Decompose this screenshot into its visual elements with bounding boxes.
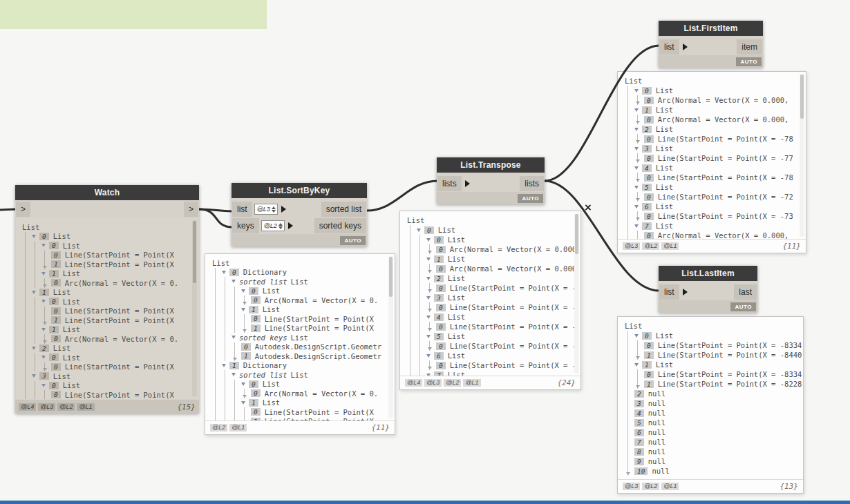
collapse-arrow-icon[interactable] xyxy=(634,363,642,367)
node-list-sortbykey[interactable]: List.SortByKey list @L3 sorted list xyxy=(232,183,367,246)
tree-item-text: List xyxy=(448,332,465,340)
input-port-list[interactable]: list xyxy=(659,39,679,55)
collapse-arrow-icon[interactable] xyxy=(222,364,229,367)
lacing-level-control-list[interactable]: @L3 xyxy=(254,204,278,215)
node-header-transpose[interactable]: List.Transpose xyxy=(437,157,545,173)
lacing-badge: @L1 xyxy=(463,379,480,387)
collapse-arrow-icon[interactable] xyxy=(32,291,39,294)
collapse-arrow-icon[interactable] xyxy=(426,277,434,280)
output-port-last[interactable]: last xyxy=(734,284,757,300)
collapse-arrow-icon[interactable] xyxy=(634,108,642,112)
collapse-arrow-icon[interactable] xyxy=(426,296,434,300)
node-list-transpose[interactable]: List.Transpose lists lists AUTO xyxy=(437,157,545,204)
collapse-arrow-icon[interactable] xyxy=(241,401,249,405)
lacing-auto-badge[interactable]: AUTO xyxy=(736,57,762,66)
collapse-arrow-icon[interactable] xyxy=(426,258,434,261)
collapse-arrow-icon[interactable] xyxy=(417,229,424,232)
collapse-arrow-icon[interactable] xyxy=(634,334,642,338)
output-port-sorted-list[interactable]: sorted list xyxy=(321,202,366,217)
collapse-arrow-icon[interactable] xyxy=(634,166,642,170)
preview-bubble-sortbykey[interactable]: List0Dictionarysorted listList0List0Arc(… xyxy=(205,253,395,435)
collapse-arrow-icon[interactable] xyxy=(426,316,434,319)
collapse-arrow-icon[interactable] xyxy=(634,128,642,131)
tree-item-text: null xyxy=(648,457,665,465)
collapse-arrow-icon[interactable] xyxy=(41,272,49,275)
level-stepper-icon[interactable] xyxy=(272,206,276,213)
node-header-sortbykey[interactable]: List.SortByKey xyxy=(232,183,367,198)
lacing-auto-badge[interactable]: AUTO xyxy=(518,194,543,203)
tree-item-text: List xyxy=(656,164,673,172)
collapse-arrow-icon[interactable] xyxy=(426,335,434,338)
node-list-firstitem[interactable]: List.FirstItem list item AUTO xyxy=(659,21,763,68)
collapse-arrow-icon[interactable] xyxy=(634,89,642,93)
collapse-arrow-icon[interactable] xyxy=(32,347,39,350)
collapse-arrow-icon[interactable] xyxy=(634,147,642,151)
collapse-arrow-icon[interactable] xyxy=(241,308,249,311)
scrollbar-thumb[interactable] xyxy=(575,214,578,254)
lacing-auto-badge[interactable]: AUTO xyxy=(730,302,756,311)
index-badge: 1 xyxy=(249,399,258,407)
collapse-arrow-icon[interactable] xyxy=(41,356,49,359)
wire-into-watch[interactable] xyxy=(0,209,16,210)
tree-item-text: Arc(Normal = Vector(X = 0. xyxy=(65,279,178,287)
scrollbar-thumb[interactable] xyxy=(193,221,196,283)
collapse-arrow-icon[interactable] xyxy=(232,336,239,339)
collapse-arrow-icon[interactable] xyxy=(232,373,239,376)
wire-watch-to-sortbykey-keys[interactable] xyxy=(199,209,232,227)
output-port-sorted-keys[interactable]: sorted keys xyxy=(314,218,366,233)
scrollbar-thumb[interactable] xyxy=(389,257,393,297)
input-port-keys[interactable]: keys xyxy=(232,218,259,233)
watch-preview-content[interactable]: List0List0List0Line(StartPoint = Point(X… xyxy=(16,218,198,399)
tree-item-text: Line(StartPoint = Point(X = - xyxy=(450,322,576,331)
lacing-level-control-keys[interactable]: @L2 xyxy=(261,220,285,231)
collapse-arrow-icon[interactable] xyxy=(634,186,642,189)
collapse-arrow-icon[interactable] xyxy=(241,289,249,293)
collapse-arrow-icon[interactable] xyxy=(634,205,642,209)
node-title: Watch xyxy=(95,188,120,197)
collapse-arrow-icon[interactable] xyxy=(41,300,49,303)
scrollbar-thumb[interactable] xyxy=(800,75,804,119)
level-stepper-icon[interactable] xyxy=(278,223,283,229)
preview-bubble-lastitem[interactable]: List0List0Line(StartPoint = Point(X = -8… xyxy=(617,316,804,494)
input-port-lists[interactable]: lists xyxy=(437,176,462,191)
scrollbar[interactable] xyxy=(388,256,393,418)
index-badge: 3 xyxy=(434,294,444,302)
collapse-arrow-icon[interactable] xyxy=(32,235,39,238)
preview-bubble-firstitem[interactable]: List0List0Arc(Normal = Vector(X = 0.000,… xyxy=(617,71,806,253)
tree-item-text: List xyxy=(53,232,70,240)
collapse-arrow-icon[interactable] xyxy=(41,244,49,247)
scrollbar[interactable] xyxy=(800,74,804,237)
scrollbar[interactable] xyxy=(574,213,579,374)
preview-bubble-transpose[interactable]: List0List0List0Arc(Normal = Vector(X = 0… xyxy=(399,211,581,390)
node-header-watch[interactable]: Watch xyxy=(15,185,199,200)
index-badge: 6 xyxy=(634,429,644,436)
node-header-lastitem[interactable]: List.LastItem xyxy=(659,266,757,281)
input-port-list[interactable]: list xyxy=(659,284,679,300)
tree-guide-line xyxy=(22,362,32,372)
watch-input-port[interactable]: > xyxy=(16,202,30,217)
lacing-auto-badge[interactable]: AUTO xyxy=(340,236,366,245)
node-watch[interactable]: Watch > > List0List0List0Line(StartPoint… xyxy=(15,185,199,414)
input-port-list[interactable]: list xyxy=(232,202,252,217)
output-port-lists[interactable]: lists xyxy=(520,176,544,191)
node-list-lastitem[interactable]: List.LastItem list last AUTO xyxy=(659,266,757,313)
collapse-arrow-icon[interactable] xyxy=(232,280,239,283)
collapse-arrow-icon[interactable] xyxy=(241,382,249,386)
collapse-arrow-icon[interactable] xyxy=(41,384,49,387)
collapse-arrow-icon[interactable] xyxy=(426,238,434,242)
wire-watch-to-sortbykey-list[interactable] xyxy=(199,209,232,211)
collapse-arrow-icon[interactable] xyxy=(41,328,49,331)
collapse-arrow-icon[interactable] xyxy=(426,354,434,358)
collapse-arrow-icon[interactable] xyxy=(222,271,229,274)
node-group-rectangle[interactable] xyxy=(0,0,267,29)
collapse-arrow-icon[interactable] xyxy=(426,374,434,376)
wire-sortedlist-to-transpose[interactable] xyxy=(367,181,437,211)
output-port-item[interactable]: item xyxy=(737,39,762,55)
collapse-arrow-icon[interactable] xyxy=(32,374,39,378)
collapse-arrow-icon[interactable] xyxy=(634,224,642,228)
tree-item-text: List xyxy=(291,371,308,379)
watch-scrollbar[interactable] xyxy=(192,220,197,397)
dynamo-workspace-canvas[interactable]: List0Dictionarysorted listList0List0Arc(… xyxy=(0,0,850,504)
node-header-firstitem[interactable]: List.FirstItem xyxy=(659,21,763,36)
watch-output-port[interactable]: > xyxy=(184,202,198,217)
